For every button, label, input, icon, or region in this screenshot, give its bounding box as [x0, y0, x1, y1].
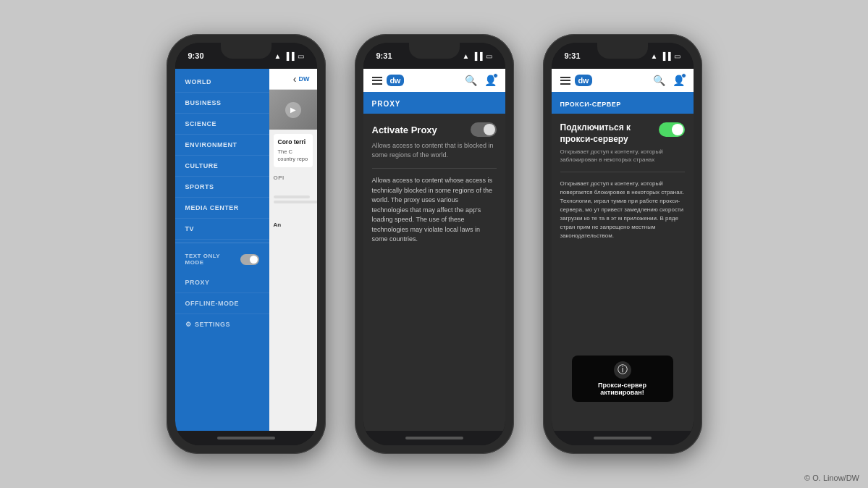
- dw-badge-text-3: dw: [578, 76, 589, 85]
- menu-item-business[interactable]: BUSINESS: [175, 93, 269, 114]
- text-only-mode-label: TEXT ONLY MODE: [185, 253, 240, 266]
- dw-badge: dw: [387, 75, 404, 86]
- notification-badge-3: [681, 73, 686, 78]
- home-indicator-2: [405, 437, 463, 439]
- proxy-toggle-row: Activate Proxy: [372, 122, 497, 137]
- phone-2: 9:31 ▲ ▐▐ ▭ dw 🔍: [355, 34, 514, 454]
- status-icons-2: ▲ ▐▐ ▭: [462, 52, 492, 60]
- phone-1-screen: 9:30 ▲ ▐▐ ▭ WORLD BUSINESS SCIENCE ENVIR…: [175, 43, 317, 445]
- menu-item-science[interactable]: SCIENCE: [175, 114, 269, 135]
- proxy-section-title-ru: ПРОКСИ-СЕРВЕР: [560, 101, 621, 108]
- hamburger-menu-3[interactable]: [560, 77, 570, 85]
- text-only-mode-item[interactable]: TEXT ONLY MODE: [175, 246, 269, 272]
- signal-icon-2: ▐▐: [472, 52, 482, 60]
- play-button[interactable]: ▶: [285, 102, 301, 118]
- proxy-toggle-on[interactable]: [659, 122, 685, 137]
- notification-badge: [493, 73, 498, 78]
- right-panel-header: ‹ DW: [269, 69, 317, 90]
- article-title: Coro terri: [278, 138, 308, 146]
- menu-item-environment[interactable]: ENVIRONMENT: [175, 135, 269, 156]
- dw-header-3: dw 🔍 👤: [552, 69, 694, 92]
- screen-content-1: WORLD BUSINESS SCIENCE ENVIRONMENT CULTU…: [175, 69, 317, 431]
- status-icons-3: ▲ ▐▐ ▭: [650, 52, 680, 60]
- proxy-body: Activate Proxy Allows access to content …: [363, 114, 505, 431]
- hamburger-menu[interactable]: [372, 77, 382, 85]
- proxy-item[interactable]: PROXY: [175, 272, 269, 293]
- phone-1: 9:30 ▲ ▐▐ ▭ WORLD BUSINESS SCIENCE ENVIR…: [167, 34, 326, 454]
- menu-item-tv[interactable]: TV: [175, 219, 269, 240]
- status-bar-1: 9:30 ▲ ▐▐ ▭: [175, 43, 317, 69]
- notch-3: [597, 43, 648, 59]
- chevron-left-icon: ‹: [293, 73, 297, 85]
- profile-icon-3[interactable]: 👤: [673, 75, 685, 86]
- tooltip-text: Прокси-сервер активирован!: [578, 382, 667, 396]
- offline-mode-item[interactable]: OFFLINE-MODE: [175, 293, 269, 314]
- menu-item-culture[interactable]: CULTURE: [175, 156, 269, 177]
- article-card[interactable]: Coro terri The C country repo: [274, 134, 313, 167]
- proxy-section-header-ru: ПРОКСИ-СЕРВЕР: [552, 92, 694, 114]
- settings-item[interactable]: ⚙ SETTINGS: [175, 314, 269, 335]
- phone1-layout: WORLD BUSINESS SCIENCE ENVIRONMENT CULTU…: [175, 69, 317, 431]
- activate-proxy-toggle[interactable]: [471, 122, 497, 137]
- opinion-text: [274, 195, 317, 203]
- activate-proxy-label: Activate Proxy: [372, 125, 437, 135]
- proxy-description: Allows access to content whose access is…: [372, 176, 497, 245]
- text-only-toggle[interactable]: [240, 254, 259, 265]
- signal-icon: ▐▐: [284, 52, 294, 60]
- section-label: OPI: [269, 172, 317, 182]
- proxy-description-ru: Открывает доступ к контенту, который пов…: [560, 180, 685, 240]
- phone-2-screen: 9:31 ▲ ▐▐ ▭ dw 🔍: [363, 43, 505, 445]
- menu-separator: [175, 243, 269, 243]
- menu-item-media-center[interactable]: MEDIA CENTER: [175, 198, 269, 219]
- profile-icon-2[interactable]: 👤: [484, 75, 497, 86]
- wifi-icon-3: ▲: [650, 52, 657, 60]
- info-icon: ⓘ: [614, 361, 631, 379]
- dw-logo-group: dw: [372, 75, 404, 86]
- proxy-subtitle: Allows access to content that is blocked…: [372, 141, 497, 159]
- notch-2: [409, 43, 460, 59]
- proxy-section-title: PROXY: [372, 100, 401, 108]
- home-indicator-3: [594, 437, 652, 439]
- phone-bottom-3: [552, 431, 694, 445]
- notch-1: [221, 43, 271, 59]
- menu-item-sports[interactable]: SPORTS: [175, 177, 269, 198]
- menu-item-world[interactable]: WORLD: [175, 72, 269, 93]
- phone-bottom-1: [175, 431, 317, 445]
- dw-badge-3: dw: [575, 75, 592, 86]
- dw-logo-group-3: dw: [560, 75, 592, 86]
- back-button[interactable]: ‹ DW: [293, 73, 310, 85]
- dw-header-2: dw 🔍 👤: [363, 69, 505, 92]
- time-2: 9:31: [376, 51, 392, 60]
- wifi-icon-2: ▲: [462, 52, 469, 60]
- screen-content-3: dw 🔍 👤 ПРОКСИ-СЕРВЕР: [552, 69, 694, 431]
- article-desc: The C country repo: [278, 148, 308, 163]
- screen-content-2: dw 🔍 👤 PROXY Activate Proxy: [363, 69, 505, 431]
- search-icon-3[interactable]: 🔍: [653, 75, 665, 86]
- tooltip-overlay: ⓘ Прокси-сервер активирован!: [572, 356, 673, 402]
- proxy-body-ru: Подключиться к прокси-серверу Открывает …: [552, 114, 694, 431]
- an-label: An: [269, 217, 317, 232]
- phone-3: 9:31 ▲ ▐▐ ▭ dw 🔍: [543, 34, 702, 454]
- phone-bottom-2: [363, 431, 505, 445]
- dw-badge-text: dw: [390, 76, 400, 85]
- status-icons-1: ▲ ▐▐ ▭: [274, 52, 303, 60]
- nav-menu: WORLD BUSINESS SCIENCE ENVIRONMENT CULTU…: [175, 69, 269, 431]
- dw-logo-small: DW: [299, 75, 310, 83]
- signal-icon-3: ▐▐: [660, 52, 670, 60]
- status-bar-3: 9:31 ▲ ▐▐ ▭: [552, 43, 694, 69]
- divider-ru: [560, 172, 685, 172]
- header-icons-2: 🔍 👤: [465, 75, 497, 86]
- battery-icon-3: ▭: [674, 52, 681, 60]
- divider-1: [372, 168, 497, 169]
- article-thumbnail: ▶: [269, 90, 317, 130]
- search-icon-2[interactable]: 🔍: [465, 75, 477, 86]
- opinion-item[interactable]: [269, 182, 317, 217]
- home-indicator-1: [217, 437, 275, 439]
- battery-icon: ▭: [298, 52, 304, 60]
- proxy-section-header: PROXY: [363, 92, 505, 114]
- status-bar-2: 9:31 ▲ ▐▐ ▭: [363, 43, 505, 69]
- header-icons-3: 🔍 👤: [653, 75, 685, 86]
- gear-icon: ⚙: [185, 321, 192, 328]
- battery-icon-2: ▭: [486, 52, 492, 60]
- time-1: 9:30: [188, 51, 204, 60]
